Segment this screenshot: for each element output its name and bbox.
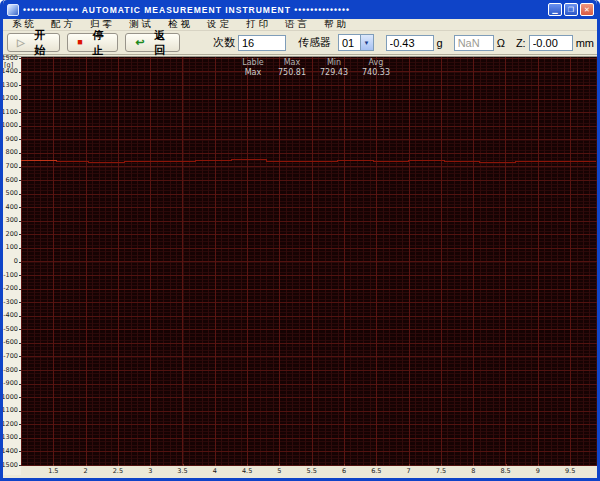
y-tick-label: 1000 xyxy=(1,122,18,129)
y-tick-label: -200 xyxy=(3,285,18,292)
x-tick-label: 8.5 xyxy=(500,467,510,475)
count-input[interactable] xyxy=(238,35,286,51)
menu-item-7[interactable]: 打印 xyxy=(241,18,276,31)
sensor-select[interactable]: 01 ▼ xyxy=(338,34,374,51)
y-tick-label: -600 xyxy=(3,339,18,346)
y-tick-label: -1100 xyxy=(0,407,18,414)
y-tick-label: 1100 xyxy=(1,109,18,116)
menu-item-6[interactable]: 设定 xyxy=(202,18,237,31)
z-readout[interactable] xyxy=(529,35,573,51)
y-tick-label: 500 xyxy=(6,190,18,197)
x-tick-label: 6 xyxy=(342,467,346,475)
toolbar: ▷ 开始 ■ 停止 ↩ 返回 次数 传感器 01 ▼ g Ω Z: mm xyxy=(3,31,597,55)
stats-header-cell: Max xyxy=(271,58,313,68)
app-window: •••••••••••••• AUTOMATIC MEASUREMENT INS… xyxy=(0,0,600,481)
close-button[interactable]: ✕ xyxy=(580,3,594,16)
minimize-button[interactable]: ▁ xyxy=(548,3,562,16)
start-button-label: 开始 xyxy=(30,28,51,58)
x-tick-label: 7 xyxy=(407,467,411,475)
y-tick-label: -800 xyxy=(3,367,18,374)
z-label: Z: xyxy=(516,37,526,49)
y-tick-label: -400 xyxy=(3,312,18,319)
x-tick-mark xyxy=(344,464,345,466)
y-tick-label: -1300 xyxy=(0,434,18,441)
y-tick-label: 1400 xyxy=(1,68,18,75)
y-tick-label: -300 xyxy=(3,299,18,306)
y-tick-label: -700 xyxy=(3,353,18,360)
x-tick-label: 3 xyxy=(148,467,152,475)
window-title: •••••••••••••• AUTOMATIC MEASUREMENT INS… xyxy=(23,5,548,15)
force-readout[interactable] xyxy=(386,35,434,51)
y-tick-label: -1500 xyxy=(0,462,18,469)
return-button[interactable]: ↩ 返回 xyxy=(125,33,180,52)
return-arrow-icon: ↩ xyxy=(135,37,144,48)
x-tick-mark xyxy=(150,464,151,466)
stats-header-cell: Avg xyxy=(355,58,397,68)
force-unit-label: g xyxy=(437,37,443,49)
resistance-readout[interactable] xyxy=(454,35,494,51)
stop-button[interactable]: ■ 停止 xyxy=(67,33,118,52)
bottom-strip xyxy=(3,475,597,478)
y-tick-label: 400 xyxy=(6,204,18,211)
x-tick-label: 6.5 xyxy=(371,467,381,475)
y-tick-label: -100 xyxy=(3,272,18,279)
menu-item-8[interactable]: 语言 xyxy=(280,18,315,31)
x-tick-label: 1.5 xyxy=(48,467,58,475)
stats-value-cell: Max xyxy=(235,68,271,78)
x-tick-label: 4.5 xyxy=(242,467,252,475)
y-tick-label: 800 xyxy=(6,149,18,156)
y-tick-label: 200 xyxy=(6,231,18,238)
x-tick-mark xyxy=(409,464,410,466)
x-tick-mark xyxy=(538,464,539,466)
x-tick-mark xyxy=(183,464,184,466)
x-tick-label: 9.5 xyxy=(565,467,575,475)
menu-item-2[interactable]: 配方 xyxy=(46,18,81,31)
resistance-unit-label: Ω xyxy=(497,37,505,49)
stats-value-row: Max750.81729.43740.33 xyxy=(235,68,397,78)
trace-svg xyxy=(21,57,597,466)
y-tick-label: -1000 xyxy=(0,394,18,401)
stats-value-cell: 750.81 xyxy=(271,68,313,78)
menu-item-9[interactable]: 帮助 xyxy=(319,18,354,31)
y-tick-label: -500 xyxy=(3,326,18,333)
z-unit-label: mm xyxy=(576,37,594,49)
x-tick-mark xyxy=(118,464,119,466)
y-tick-label: 300 xyxy=(6,217,18,224)
y-tick-label: 0 xyxy=(14,258,18,265)
x-tick-mark xyxy=(312,464,313,466)
sensor-label: 传感器 xyxy=(298,35,331,50)
stop-icon: ■ xyxy=(77,38,82,47)
play-icon: ▷ xyxy=(17,38,25,48)
x-tick-label: 5.5 xyxy=(307,467,317,475)
x-tick-label: 9 xyxy=(536,467,540,475)
x-tick-mark xyxy=(247,464,248,466)
return-button-label: 返回 xyxy=(150,28,170,58)
stop-button-label: 停止 xyxy=(88,28,109,58)
y-tick-label: 900 xyxy=(6,136,18,143)
x-tick-label: 5 xyxy=(277,467,281,475)
trace-Max xyxy=(21,160,596,163)
sensor-selected-value: 01 xyxy=(339,37,360,49)
window-controls: ▁ ❐ ✕ xyxy=(548,3,594,16)
maximize-button[interactable]: ❐ xyxy=(564,3,578,16)
chevron-down-icon[interactable]: ▼ xyxy=(360,35,373,50)
x-tick-label: 2.5 xyxy=(113,467,123,475)
start-button[interactable]: ▷ 开始 xyxy=(7,33,60,52)
title-bar[interactable]: •••••••••••••• AUTOMATIC MEASUREMENT INS… xyxy=(3,0,597,19)
chart-area: 1500140013001200110010009008007006005004… xyxy=(3,56,597,475)
stats-header-row: LableMaxMinAvg xyxy=(235,58,397,68)
stats-table: LableMaxMinAvgMax750.81729.43740.33 xyxy=(235,58,397,78)
x-tick-mark xyxy=(441,464,442,466)
y-tick-label: 1300 xyxy=(1,82,18,89)
x-tick-label: 8 xyxy=(471,467,475,475)
y-tick-label: 600 xyxy=(6,177,18,184)
stats-header-cell: Lable xyxy=(235,58,271,68)
y-tick-label: -1200 xyxy=(0,421,18,428)
y-tick-label: -900 xyxy=(3,380,18,387)
stats-header-cell: Min xyxy=(313,58,355,68)
x-tick-label: 7.5 xyxy=(436,467,446,475)
x-tick-mark xyxy=(53,464,54,466)
x-tick-mark xyxy=(506,464,507,466)
y-tick-label: 700 xyxy=(6,163,18,170)
y-tick-label: -1400 xyxy=(0,448,18,455)
